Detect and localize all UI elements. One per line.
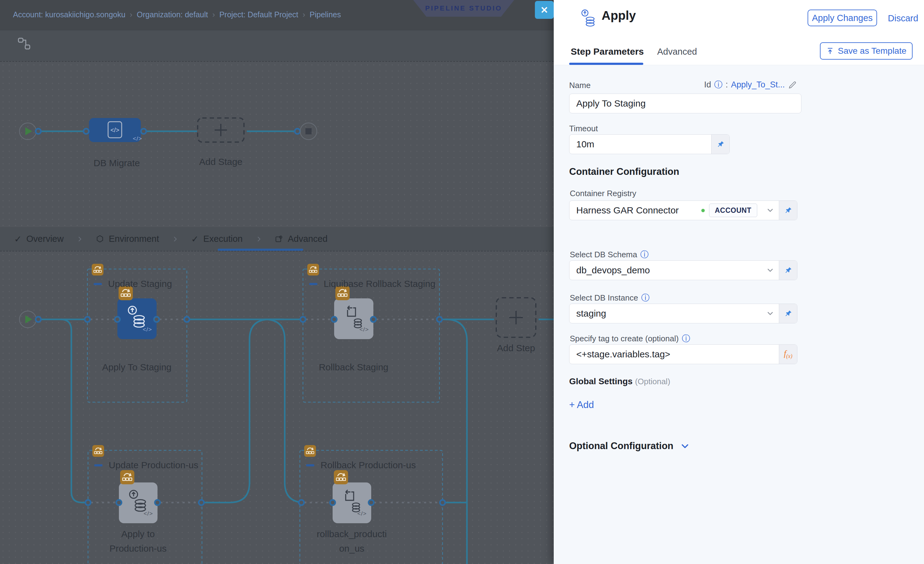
id-label: Id [704, 80, 711, 90]
pin-icon [784, 309, 792, 318]
tab-execution[interactable]: ✓ Execution [191, 234, 243, 244]
apply-changes-button[interactable]: Apply Changes [808, 10, 877, 26]
close-icon: ✕ [540, 4, 548, 15]
breadcrumb-project[interactable]: Project: Default Project [219, 10, 298, 19]
step-node-rollback-production-us[interactable] [333, 483, 371, 523]
code-badge: </> [360, 326, 369, 333]
pipeline-title-bar: Module Demo - Beta-multi-env 1 VISUAL YA… [0, 30, 554, 62]
db-schema-label: Select DB Schema ⓘ [570, 250, 648, 260]
chevron-right-icon: › [303, 10, 305, 20]
step-group-icon [120, 470, 134, 484]
optional-hint: (Optional) [635, 377, 670, 386]
tab-overview[interactable]: ✓ Overview [14, 234, 64, 244]
timeout-label: Timeout [569, 124, 598, 134]
advanced-settings-icon [275, 235, 283, 243]
node-label-rollback-staging[interactable]: Rollback Staging [316, 360, 391, 375]
chevron-right-icon: › [212, 10, 215, 20]
tab-advanced[interactable]: Advanced [275, 234, 328, 244]
global-settings-row: Global Settings (Optional) [569, 376, 670, 386]
execution-graph-canvas[interactable]: Update Staging Liquibase Rollback Stagin… [0, 251, 554, 564]
save-as-template-button[interactable]: Save as Template [820, 42, 913, 60]
collapse-dash-icon[interactable] [309, 283, 318, 285]
add-step-label[interactable]: Add Step [482, 341, 550, 356]
chevron-right-icon [171, 236, 179, 243]
tag-to-create-input[interactable]: <+stage.variables.tag> f(x) [569, 344, 797, 364]
group-label-update-staging[interactable]: Update Staging [94, 279, 172, 289]
chevron-down-icon[interactable] [762, 201, 779, 220]
optional-configuration-toggle[interactable]: Optional Configuration [569, 441, 690, 452]
breadcrumb-pipelines[interactable]: Pipelines [310, 10, 341, 19]
edit-id-pencil-icon[interactable] [788, 80, 797, 90]
pin-icon [784, 266, 792, 274]
tab-advanced[interactable]: Advanced [657, 46, 697, 57]
collapse-dash-icon[interactable] [94, 464, 102, 466]
expression-fx-button[interactable]: f(x) [779, 345, 797, 364]
chevron-right-icon: › [130, 10, 132, 20]
info-icon[interactable]: ⓘ [682, 334, 690, 343]
active-tab-underline [569, 63, 643, 65]
collapse-dash-icon[interactable] [306, 464, 314, 466]
stage-label-db-migrate[interactable]: DB Migrate [80, 156, 154, 171]
chevron-down-icon[interactable] [762, 261, 779, 280]
group-label-update-production-us[interactable]: Update Production-us [94, 460, 198, 470]
step-group-icon [92, 445, 104, 457]
apply-step-icon [580, 9, 597, 27]
db-schema-select[interactable]: db_devops_demo [569, 260, 797, 280]
step-node-rollback-staging[interactable] [334, 298, 374, 339]
node-label-apply-to-staging[interactable]: Apply To Staging [100, 360, 174, 375]
execution-graph [0, 251, 554, 564]
tab-execution-label: Execution [203, 234, 242, 244]
breadcrumb-account[interactable]: Account: kurosakiichigo.songoku [13, 10, 125, 19]
info-icon[interactable]: ⓘ [641, 294, 650, 302]
save-template-icon [826, 47, 834, 55]
active-tab-underline [218, 249, 303, 251]
group-label-rollback-production-us[interactable]: Rollback Production-us [306, 460, 416, 470]
chevron-right-icon [255, 236, 262, 243]
global-settings-label: Global Settings [569, 376, 633, 386]
group-label-liquibase-rollback-staging[interactable]: Liquibase Rollback Staging [309, 279, 435, 289]
add-stage-label[interactable]: Add Stage [187, 155, 255, 169]
fixed-value-pin-button[interactable] [779, 304, 797, 323]
code-badge: </> [144, 510, 153, 517]
scope-badge: ACCOUNT [709, 204, 758, 217]
chevron-down-icon[interactable] [762, 304, 779, 323]
panel-title: Apply [602, 9, 636, 22]
add-global-setting-link[interactable]: + Add [569, 399, 594, 411]
chevron-down-icon [680, 441, 690, 451]
stage-graph-canvas[interactable]: </> DB Migrate Add Stage </> [0, 61, 554, 228]
step-id-value[interactable]: Apply_To_St... [731, 80, 785, 90]
breadcrumb-organization[interactable]: Organization: default [137, 10, 208, 19]
top-nav: Account: kurosakiichigo.songoku › Organi… [0, 0, 554, 30]
tab-environment-label: Environment [109, 234, 159, 244]
check-icon: ✓ [191, 234, 199, 244]
stage-graph: </> [0, 62, 554, 228]
step-node-apply-to-production-us[interactable] [119, 483, 158, 523]
step-group-icon [304, 445, 316, 457]
add-stage-button[interactable] [198, 118, 244, 142]
fixed-value-pin-button[interactable] [779, 261, 797, 280]
panel-header: Apply Apply Changes Discard [554, 0, 924, 36]
tab-step-parameters[interactable]: Step Parameters [571, 46, 644, 57]
panel-tabs: Step Parameters Advanced Save as Templat… [554, 35, 924, 65]
node-label-rollback-production-us[interactable]: rollback_production_us [315, 527, 389, 556]
fx-icon: f(x) [784, 349, 792, 360]
info-icon[interactable]: ⓘ [640, 250, 648, 259]
add-step-button[interactable] [496, 298, 536, 337]
collapse-dash-icon[interactable] [94, 283, 102, 285]
fixed-value-pin-button[interactable] [779, 201, 797, 220]
step-node-apply-to-staging[interactable] [117, 298, 157, 339]
container-registry-label: Container Registry [570, 189, 636, 198]
info-icon[interactable]: ⓘ [714, 81, 723, 89]
close-panel-button[interactable]: ✕ [535, 1, 554, 19]
node-label-apply-to-production-us[interactable]: Apply to Production-us [101, 527, 175, 556]
timeout-input[interactable]: 10m [569, 134, 730, 154]
step-group-icon [92, 264, 104, 276]
fixed-value-pin-button[interactable] [711, 135, 729, 154]
tab-environment[interactable]: Environment [96, 234, 159, 244]
container-registry-select[interactable]: Harness GAR Connector ACCOUNT [569, 201, 797, 220]
pipeline-studio-badge: PIPELINE STUDIO [413, 0, 514, 16]
chevron-right-icon [76, 236, 83, 243]
discard-button[interactable]: Discard [888, 13, 918, 24]
db-instance-select[interactable]: staging [569, 304, 797, 323]
name-input[interactable]: Apply To Staging [569, 94, 801, 113]
